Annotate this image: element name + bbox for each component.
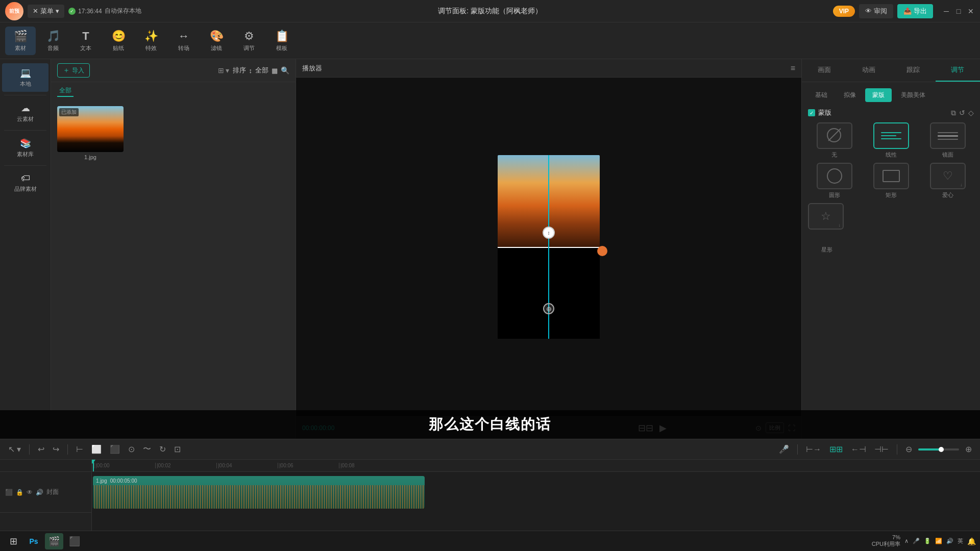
import-button[interactable]: ＋ 导入: [57, 63, 90, 78]
mask-option-linear[interactable]: 线性: [865, 122, 917, 159]
undo-button[interactable]: ↩: [36, 443, 46, 455]
media-icon: 🎬: [14, 30, 28, 43]
sidebar-item-brand[interactable]: 🏷 品牌素材: [2, 169, 48, 197]
export-button[interactable]: 📤 导出: [897, 4, 933, 18]
mask-control-point[interactable]: [597, 246, 607, 256]
play-button[interactable]: ⊟⊟: [638, 422, 653, 434]
fullscreen-button[interactable]: ⛶: [788, 424, 795, 432]
zoom-out-button[interactable]: ⊖: [903, 443, 914, 455]
cpu-label: CPU利用率: [872, 540, 900, 548]
mask-option-circle[interactable]: 圆形: [808, 163, 861, 199]
lock-icon: 🔒: [16, 489, 23, 496]
play-play-button[interactable]: ▶: [659, 422, 667, 434]
tab-all[interactable]: 全部: [57, 85, 74, 97]
mask-option-none[interactable]: 无: [808, 122, 861, 159]
tool-effect[interactable]: ✨ 特效: [136, 27, 166, 55]
mask-option-heart[interactable]: ♡ ↓ 爱心: [921, 163, 974, 199]
mask-option-rect[interactable]: 矩形: [865, 163, 917, 199]
tab-animation[interactable]: 动画: [846, 59, 891, 82]
vip-button[interactable]: VIP: [833, 6, 855, 17]
tab-adjust[interactable]: 调节: [936, 59, 980, 82]
trim-button[interactable]: ⊡: [172, 443, 183, 455]
zoom-in-button[interactable]: ⊕: [963, 443, 974, 455]
cloud-icon: ☁: [21, 103, 30, 114]
select-tool-button[interactable]: ↖ ▾: [6, 443, 23, 455]
preview-menu-button[interactable]: ≡: [791, 64, 795, 73]
effect-icon: ✨: [144, 30, 158, 43]
track-link-button[interactable]: ⊢→: [804, 443, 823, 455]
split-button[interactable]: ⊢: [74, 443, 85, 455]
media-panel: ＋ 导入 ⊞ ▾ 排序 ↕ 全部 ▦ 🔍 全部 已添加 1.jpg: [51, 59, 296, 439]
menu-button[interactable]: ✕ 菜单 ▾: [28, 5, 64, 18]
tool-template[interactable]: 📋 模板: [266, 27, 297, 55]
minimize-button[interactable]: ─: [942, 7, 950, 15]
mic-button[interactable]: 🎤: [777, 443, 791, 455]
top-bar-left: 前预 ✕ 菜单 ▾ ✓ 17:36:44 自动保存本地: [0, 2, 296, 20]
playhead[interactable]: [93, 460, 94, 471]
tool-adjust[interactable]: ⚙ 调节: [234, 27, 264, 55]
rotate-button[interactable]: ↻: [157, 443, 168, 455]
search-button[interactable]: 🔍: [281, 66, 289, 74]
tool-audio[interactable]: 🎵 音频: [38, 27, 68, 55]
track-link2-button[interactable]: ←⊣: [849, 443, 868, 455]
subtab-simulate[interactable]: 拟像: [837, 88, 863, 102]
tab-picture[interactable]: 画面: [802, 59, 846, 82]
mask-invert-button[interactable]: ◇: [968, 109, 974, 117]
notification-button[interactable]: 🔔: [967, 537, 976, 545]
sidebar-item-library[interactable]: 📚 素材库: [2, 134, 48, 162]
screenshot-button[interactable]: ⊙: [755, 424, 762, 432]
subtab-mask[interactable]: 蒙版: [865, 88, 892, 102]
preview-right-buttons: ⊙ 比例 ⛶: [755, 422, 795, 433]
mask-reset-button[interactable]: ↺: [959, 109, 965, 117]
sticker-label: 贴纸: [113, 44, 124, 52]
grid-view-button[interactable]: ⊞ ▾: [218, 66, 230, 74]
tool-filter[interactable]: 🎨 滤镜: [201, 27, 232, 55]
keyframe-button[interactable]: ⊙: [126, 443, 137, 455]
curve-button[interactable]: 〜: [141, 443, 153, 456]
mask-handle-top[interactable]: ↕: [543, 227, 555, 239]
ratio-button[interactable]: 比例: [766, 422, 784, 433]
mask-checkbox[interactable]: ✓: [808, 109, 815, 116]
tool-sticker[interactable]: 😊 贴纸: [103, 27, 134, 55]
mask-copy-button[interactable]: ⧉: [951, 109, 956, 117]
subtab-beauty[interactable]: 美颜美体: [894, 88, 933, 102]
media-item[interactable]: 已添加 1.jpg: [57, 106, 124, 160]
mask-mirror-label: 镜面: [942, 151, 953, 159]
close-button[interactable]: ✕: [967, 7, 975, 15]
sidebar-item-local[interactable]: 💻 本地: [2, 63, 48, 92]
subtab-basic[interactable]: 基础: [808, 88, 835, 102]
circle-shape: [827, 168, 842, 184]
tool-transition[interactable]: ↔ 转场: [168, 27, 199, 55]
align-button[interactable]: ⊣⊢: [872, 443, 891, 455]
mask-option-star[interactable]: ☆ ↓ 星形: [808, 203, 844, 254]
battery-icon: 🔋: [924, 538, 931, 544]
track-clip[interactable]: 1.jpg 00:00:05:00: [93, 476, 425, 509]
volume-icon: 🔊: [36, 489, 43, 496]
app-ps-button[interactable]: Ps: [24, 533, 43, 549]
heart-shape: ♡: [943, 169, 953, 183]
left-sidebar: 💻 本地 ☁ 云素材 📚 素材库 🏷 品牌素材: [0, 59, 51, 439]
app-obs-button[interactable]: ⬛: [65, 533, 84, 549]
start-button[interactable]: ⊞: [4, 533, 22, 549]
maximize-button[interactable]: □: [954, 7, 963, 15]
tab-tracking[interactable]: 跟踪: [891, 59, 936, 82]
auto-save-time: 17:36:44: [78, 8, 102, 15]
mask-handle-center[interactable]: ⊕: [543, 303, 554, 314]
redo-button[interactable]: ↪: [51, 443, 61, 455]
tool-text[interactable]: T 文本: [70, 27, 101, 55]
app-capcut-button[interactable]: 🎬: [45, 533, 63, 549]
crop-button[interactable]: ⬛: [108, 443, 122, 455]
delete-button[interactable]: ⬜: [89, 443, 104, 455]
clip-name: 1.jpg: [96, 478, 107, 484]
review-button[interactable]: 👁 审阅: [859, 4, 893, 18]
right-panel-content: 基础 拟像 蒙版 美颜美体 ✓ 蒙版 ⧉ ↺ ◇: [802, 82, 980, 439]
filter-icon: 🎨: [210, 30, 224, 43]
tool-media[interactable]: 🎬 素材: [5, 27, 36, 55]
sidebar-item-cloud[interactable]: ☁ 云素材: [2, 98, 48, 127]
text-label: 文本: [80, 44, 91, 52]
zoom-handle[interactable]: [939, 447, 944, 452]
ruler-marks: |00:00 |00:02 |00:04 |00:06 |00:08: [94, 463, 400, 468]
snap-button[interactable]: ⊞⊞: [827, 443, 845, 455]
mask-option-mirror[interactable]: 镜面: [921, 122, 974, 159]
sticker-icon: 😊: [112, 30, 126, 43]
